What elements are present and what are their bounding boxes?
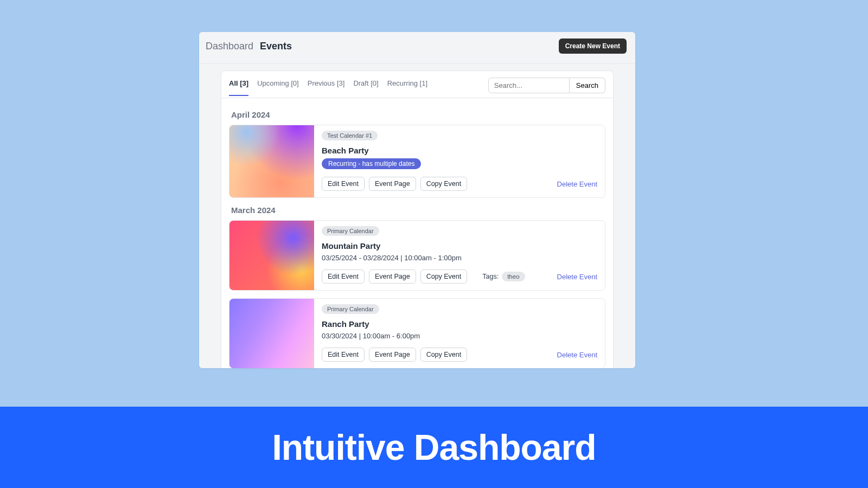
breadcrumb-parent[interactable]: Dashboard [206,41,253,52]
event-page-button[interactable]: Event Page [369,348,416,362]
hero-banner: Intuitive Dashboard [0,407,868,488]
tag-pill[interactable]: theo [502,272,525,281]
event-row: Primary CalendarMountain Party03/25/2024… [229,220,605,291]
event-thumbnail[interactable] [229,125,314,197]
event-row: Test Calendar #1Beach PartyRecurring - h… [229,125,605,198]
event-thumbnail[interactable] [229,221,314,290]
hero-text: Intuitive Dashboard [272,427,596,468]
event-title: Ranch Party [322,319,597,329]
tabs: All [3]Upcoming [0]Previous [3]Draft [0]… [229,79,480,96]
month-header: March 2024 [231,206,603,215]
delete-event-link[interactable]: Delete Event [557,273,597,281]
event-thumbnail[interactable] [229,299,314,368]
app-panel: Dashboard Events Create New Event All [3… [199,32,635,368]
action-row: Edit EventEvent PageCopy EventDelete Eve… [322,348,597,362]
tab-2[interactable]: Previous [3] [308,79,345,96]
copy-event-button[interactable]: Copy Event [420,348,468,362]
tabbar: All [3]Upcoming [0]Previous [3]Draft [0]… [221,71,613,98]
copy-event-button[interactable]: Copy Event [420,177,468,191]
event-list: April 2024Test Calendar #1Beach PartyRec… [221,98,613,368]
copy-event-button[interactable]: Copy Event [420,269,468,284]
breadcrumb-current: Events [260,41,292,52]
search-group: Search [488,78,605,93]
delete-event-link[interactable]: Delete Event [557,351,597,359]
event-date: 03/25/2024 - 03/28/2024 | 10:00am - 1:00… [322,254,597,262]
tab-4[interactable]: Recurring [1] [387,79,427,96]
month-header: April 2024 [231,110,603,119]
action-row: Edit EventEvent PageCopy EventTags:theoD… [322,269,597,284]
tab-1[interactable]: Upcoming [0] [257,79,299,96]
event-title: Mountain Party [322,241,597,251]
topbar: Dashboard Events Create New Event [199,32,635,64]
tags-wrap: Tags:theo [482,272,525,281]
calendar-pill: Test Calendar #1 [322,131,378,140]
action-row: Edit EventEvent PageCopy EventDelete Eve… [322,177,597,191]
tab-0[interactable]: All [3] [229,79,248,96]
search-input[interactable] [488,78,570,93]
event-body: Test Calendar #1Beach PartyRecurring - h… [314,125,605,197]
event-body: Primary CalendarMountain Party03/25/2024… [314,221,605,290]
calendar-pill: Primary Calendar [322,304,379,314]
edit-event-button[interactable]: Edit Event [322,348,365,362]
events-card: All [3]Upcoming [0]Previous [3]Draft [0]… [221,70,614,368]
event-date: 03/30/2024 | 10:00am - 6:00pm [322,332,597,340]
event-page-button[interactable]: Event Page [369,177,416,191]
event-body: Primary CalendarRanch Party03/30/2024 | … [314,299,605,368]
tags-label: Tags: [482,273,499,280]
tab-3[interactable]: Draft [0] [353,79,378,96]
create-new-event-button[interactable]: Create New Event [559,38,627,54]
calendar-pill: Primary Calendar [322,226,379,236]
event-row: Primary CalendarRanch Party03/30/2024 | … [229,298,605,368]
delete-event-link[interactable]: Delete Event [557,180,597,188]
edit-event-button[interactable]: Edit Event [322,177,365,191]
recurring-pill: Recurring - has multiple dates [322,158,421,169]
event-page-button[interactable]: Event Page [369,269,416,284]
edit-event-button[interactable]: Edit Event [322,269,365,284]
search-button[interactable]: Search [570,78,605,93]
event-title: Beach Party [322,146,597,155]
breadcrumb: Dashboard Events [206,41,292,52]
